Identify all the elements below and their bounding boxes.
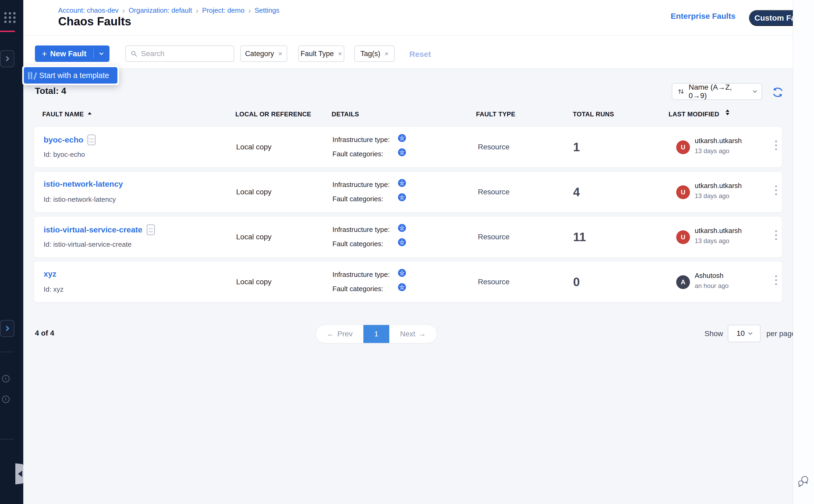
per-page-label: per page bbox=[766, 329, 796, 338]
row-menu-icon[interactable] bbox=[774, 184, 779, 197]
chevron-down-icon bbox=[753, 89, 757, 93]
search-box bbox=[125, 45, 234, 62]
chevron-right-icon bbox=[4, 56, 9, 61]
manifest-icon[interactable] bbox=[147, 224, 155, 235]
page-size-value: 10 bbox=[737, 329, 745, 338]
filter-fault-type[interactable]: Fault Type × bbox=[298, 45, 344, 62]
start-with-template-item[interactable]: Start with a template bbox=[24, 67, 117, 84]
table-row[interactable]: istio-network-latency Id: istio-network-… bbox=[34, 171, 782, 213]
breadcrumb-organization[interactable]: Organization: default bbox=[129, 6, 192, 15]
kubernetes-icon bbox=[398, 269, 406, 277]
sort-both-icon[interactable] bbox=[726, 109, 729, 115]
sidebar-divider bbox=[1, 439, 14, 439]
filter-label: Category bbox=[245, 50, 274, 58]
filter-category[interactable]: Category × bbox=[240, 45, 287, 62]
reset-filters-link[interactable]: Reset bbox=[409, 50, 431, 59]
close-icon[interactable]: × bbox=[385, 50, 388, 58]
infrastructure-type-label: Infrastructure type: bbox=[332, 226, 390, 234]
total-runs: 1 bbox=[573, 140, 580, 154]
page-header: Account: chaos-dev › Organization: defau… bbox=[23, 0, 793, 35]
table-row[interactable]: istio-virtual-service-create Id: istio-v… bbox=[34, 216, 782, 258]
page-size-select[interactable]: 10 bbox=[728, 325, 761, 342]
fault-id: Id: istio-virtual-service-create bbox=[44, 240, 131, 249]
sort-asc-icon bbox=[88, 112, 92, 114]
sort-value: Name (A→Z, 0→9) bbox=[689, 83, 749, 100]
sidebar-divider bbox=[1, 352, 14, 352]
kubernetes-icon bbox=[398, 179, 406, 187]
new-fault-dropdown-menu: Start with a template bbox=[22, 66, 119, 85]
chevron-down-icon bbox=[99, 51, 104, 55]
prev-page-button[interactable]: ← Prev bbox=[316, 325, 363, 343]
next-page-button[interactable]: Next → bbox=[389, 325, 437, 343]
row-menu-icon[interactable] bbox=[774, 229, 779, 242]
modified-by: utkarsh.utkarsh bbox=[695, 182, 742, 190]
avatar: U bbox=[676, 230, 690, 244]
breadcrumb: Account: chaos-dev › Organization: defau… bbox=[58, 6, 280, 15]
info-icon[interactable]: i bbox=[2, 396, 10, 403]
infrastructure-type-label: Infrastructure type: bbox=[332, 271, 390, 279]
col-last-modified[interactable]: LAST MODIFIED bbox=[669, 111, 719, 118]
expand-nav-button[interactable] bbox=[0, 50, 14, 67]
result-count: 4 of 4 bbox=[35, 329, 54, 337]
fault-name-link[interactable]: byoc-echo bbox=[44, 135, 83, 144]
row-menu-icon[interactable] bbox=[774, 139, 779, 152]
breadcrumb-account[interactable]: Account: chaos-dev bbox=[58, 6, 118, 15]
search-icon bbox=[131, 50, 137, 57]
close-icon[interactable]: × bbox=[338, 50, 342, 58]
fault-id: Id: xyz bbox=[44, 285, 63, 294]
breadcrumb-project[interactable]: Project: demo bbox=[202, 6, 244, 15]
close-icon[interactable]: × bbox=[278, 50, 282, 58]
local-or-reference: Local copy bbox=[236, 188, 272, 196]
fault-categories-label: Fault categories: bbox=[332, 240, 383, 248]
table-row[interactable]: xyz Id: xyz Local copy Infrastructure ty… bbox=[34, 261, 782, 303]
refresh-icon[interactable] bbox=[772, 87, 784, 98]
row-menu-icon[interactable] bbox=[774, 274, 779, 287]
modified-by: utkarsh.utkarsh bbox=[695, 137, 742, 145]
manifest-icon[interactable] bbox=[88, 135, 95, 145]
template-library-icon bbox=[28, 71, 35, 79]
current-page-button[interactable]: 1 bbox=[363, 325, 389, 343]
apps-grid-icon[interactable] bbox=[4, 12, 16, 23]
col-details: DETAILS bbox=[332, 111, 359, 118]
local-or-reference: Local copy bbox=[236, 278, 272, 286]
left-nav-sidebar: i i bbox=[0, 0, 23, 504]
next-label: Next bbox=[400, 330, 415, 338]
fault-name-link[interactable]: xyz bbox=[44, 269, 56, 278]
fault-categories-label: Fault categories: bbox=[332, 285, 383, 293]
total-runs: 4 bbox=[573, 185, 580, 199]
search-input[interactable] bbox=[141, 49, 229, 58]
fault-type: Resource bbox=[478, 233, 510, 241]
filter-label: Tag(s) bbox=[360, 50, 380, 58]
show-label: Show bbox=[705, 329, 723, 338]
fault-name-link[interactable]: istio-network-latency bbox=[44, 180, 123, 189]
kubernetes-icon bbox=[398, 224, 406, 232]
info-icon[interactable]: i bbox=[2, 375, 10, 382]
avatar: U bbox=[676, 185, 690, 199]
filter-tags[interactable]: Tag(s) × bbox=[354, 45, 395, 62]
enterprise-faults-link[interactable]: Enterprise Faults bbox=[671, 12, 735, 21]
plus-icon: + bbox=[42, 49, 47, 59]
new-fault-dropdown-toggle[interactable] bbox=[94, 53, 109, 54]
prev-label: Prev bbox=[337, 330, 353, 338]
fault-type: Resource bbox=[478, 188, 510, 196]
table-row[interactable]: byoc-echo Id: byoc-echo Local copy Infra… bbox=[34, 126, 782, 168]
arrow-right-icon: → bbox=[418, 330, 426, 338]
chevron-down-icon bbox=[748, 331, 753, 335]
fault-id: Id: byoc-echo bbox=[44, 150, 85, 159]
expand-panel-button[interactable] bbox=[0, 320, 14, 337]
modified-time: 13 days ago bbox=[695, 237, 729, 245]
col-fault-name[interactable]: FAULT NAME bbox=[42, 111, 84, 118]
sort-arrows-icon bbox=[678, 88, 684, 95]
new-fault-button[interactable]: + New Fault bbox=[35, 49, 93, 59]
fault-id: Id: istio-network-latency bbox=[44, 195, 116, 204]
fault-categories-label: Fault categories: bbox=[332, 195, 383, 203]
fault-categories-label: Fault categories: bbox=[332, 150, 383, 158]
total-runs: 11 bbox=[573, 230, 586, 244]
sort-select[interactable]: Name (A→Z, 0→9) bbox=[672, 83, 762, 100]
fault-name-link[interactable]: istio-virtual-service-create bbox=[44, 225, 143, 234]
modified-by: utkarsh.utkarsh bbox=[695, 227, 742, 235]
kubernetes-icon bbox=[398, 238, 406, 246]
avatar: U bbox=[676, 140, 690, 154]
chat-support-icon[interactable] bbox=[797, 475, 810, 488]
breadcrumb-settings[interactable]: Settings bbox=[255, 6, 280, 15]
